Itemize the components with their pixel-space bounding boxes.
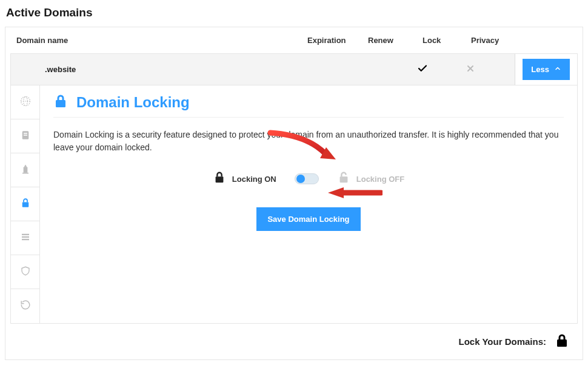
svg-marker-18 [328,187,344,198]
col-renew: Renew [368,36,423,45]
svg-rect-14 [56,100,65,107]
locking-on-group: Locking ON [213,171,276,187]
sidebar-item-tower[interactable] [11,153,39,187]
col-privacy: Privacy [471,36,513,45]
footer: Lock Your Domains: [5,324,583,359]
locking-toggle-row: Locking ON Locking OFF [53,171,564,187]
lock-icon [53,94,68,111]
less-toggle-button[interactable]: Less [523,59,570,80]
locking-toggle[interactable] [295,173,319,184]
svg-rect-11 [22,233,29,235]
tower-icon [19,163,32,178]
svg-rect-6 [24,133,27,134]
refresh-icon [20,299,31,313]
card-icon [20,130,31,143]
x-icon [466,66,475,75]
lock-closed-icon [213,171,226,187]
lock-icon [20,198,31,211]
detail-content: Domain Locking Domain Locking is a secur… [40,85,577,323]
locking-off-label: Locking OFF [356,175,404,184]
svg-rect-10 [22,202,28,207]
sidebar-item-card[interactable] [11,119,39,153]
check-icon [417,67,428,76]
sidebar-item-shield[interactable] [11,255,39,289]
section-title: Domain Locking [76,94,190,111]
chevron-up-icon [554,65,561,74]
svg-rect-12 [22,236,29,237]
domain-row: .website Less [10,53,578,85]
list-icon [20,232,31,245]
domain-lock-status [417,63,466,76]
svg-rect-16 [339,176,347,182]
page-title: Active Domains [0,0,588,27]
lock-open-icon [337,171,350,187]
domains-card: Domain name Expiration Renew Lock Privac… [5,27,583,360]
locking-on-label: Locking ON [232,175,276,184]
less-label: Less [531,65,549,74]
svg-rect-13 [22,239,29,240]
col-domain-name: Domain name [16,36,307,45]
domain-name: .website [45,65,302,74]
svg-rect-7 [24,135,27,136]
toggle-knob [296,175,305,183]
section-description: Domain Locking is a security feature des… [53,129,564,154]
svg-rect-19 [557,339,567,347]
detail-sidebar [11,85,40,323]
svg-rect-9 [22,172,28,173]
sidebar-item-list[interactable] [11,221,39,255]
save-domain-locking-button[interactable]: Save Domain Locking [256,207,360,231]
svg-rect-8 [23,167,27,172]
section-header: Domain Locking [53,94,564,118]
table-header: Domain name Expiration Renew Lock Privac… [5,27,583,53]
col-lock: Lock [423,36,471,45]
shield-icon [20,265,31,279]
footer-text: Lock Your Domains: [459,336,546,347]
sidebar-item-refresh[interactable] [11,289,39,323]
col-expiration: Expiration [307,36,368,45]
domain-detail: Domain Locking Domain Locking is a secur… [10,85,578,324]
domain-privacy-status [466,64,508,75]
sidebar-item-lock[interactable] [11,187,39,221]
locking-off-group: Locking OFF [337,171,404,187]
lock-icon [555,333,569,350]
svg-rect-15 [215,176,223,182]
sidebar-item-globe[interactable] [11,85,39,119]
annotation-arrow-2 [328,186,383,199]
globe-icon [19,95,32,110]
